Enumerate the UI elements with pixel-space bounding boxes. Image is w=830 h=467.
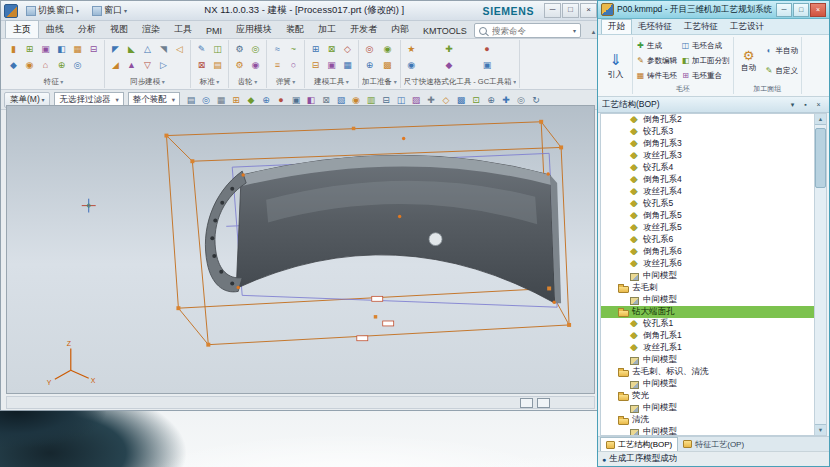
- ribbon-tab[interactable]: 工艺设计: [724, 20, 770, 34]
- nx-restore-button[interactable]: □: [562, 3, 579, 18]
- tree-item[interactable]: 攻丝孔系6: [601, 258, 814, 270]
- ribbon-button[interactable]: ✎参数编辑: [635, 54, 678, 67]
- tree-item[interactable]: 中间模型: [601, 294, 814, 306]
- tree-item[interactable]: 倒角孔系2: [601, 114, 814, 126]
- ribbon-icon[interactable]: ~: [286, 42, 301, 56]
- ribbon-tab[interactable]: 主页: [5, 20, 39, 38]
- ribbon-group-label[interactable]: 建模工具: [308, 77, 355, 88]
- ribbon-icon[interactable]: ★: [404, 42, 419, 56]
- km-close-button[interactable]: ×: [810, 3, 826, 17]
- km-maximize-button[interactable]: □: [793, 3, 809, 17]
- switch-window-button[interactable]: 切换窗口 ▾: [21, 2, 84, 19]
- ribbon-icon[interactable]: ◥: [156, 42, 171, 56]
- ribbon-group-label[interactable]: 特征: [6, 77, 101, 88]
- ribbon-icon[interactable]: ▣: [324, 58, 339, 72]
- ribbon-tab[interactable]: 内部: [384, 21, 416, 38]
- tree-item[interactable]: 倒角孔系1: [601, 330, 814, 342]
- ribbon-group-label[interactable]: 加工准备: [362, 77, 397, 88]
- ribbon-icon[interactable]: ◎: [70, 58, 85, 72]
- status-box[interactable]: [520, 398, 533, 408]
- ribbon-group-label[interactable]: 弹簧: [270, 77, 301, 88]
- tree-item[interactable]: 清洗: [601, 414, 814, 426]
- tree-item[interactable]: 去毛刺: [601, 282, 814, 294]
- tree-item[interactable]: 中间模型: [601, 378, 814, 390]
- command-search[interactable]: ▾: [474, 23, 581, 38]
- tree-item[interactable]: 攻丝孔系4: [601, 186, 814, 198]
- ribbon-icon[interactable]: ≈: [270, 42, 285, 56]
- ribbon-icon[interactable]: ▲: [124, 58, 139, 72]
- ribbon-group-label[interactable]: 标准: [194, 77, 225, 88]
- tree-item[interactable]: 铰孔系4: [601, 162, 814, 174]
- ribbon-icon[interactable]: ◉: [22, 58, 37, 72]
- ribbon-icon[interactable]: ◧: [54, 42, 69, 56]
- ribbon-icon[interactable]: ⚙: [232, 42, 247, 56]
- ribbon-icon[interactable]: ◇: [340, 42, 355, 56]
- ribbon-icon[interactable]: ⊟: [308, 58, 323, 72]
- graphics-window[interactable]: Z X Y: [6, 105, 595, 394]
- panel-pin-icon[interactable]: ▪: [799, 98, 812, 111]
- ribbon-button[interactable]: ▦铸件毛坯: [635, 69, 678, 82]
- ribbon-group-label[interactable]: 齿轮: [232, 77, 263, 88]
- ribbon-button[interactable]: ✚生成: [635, 39, 678, 52]
- ribbon-icon[interactable]: ▦: [340, 58, 355, 72]
- scroll-up-icon[interactable]: ▲: [815, 114, 826, 125]
- ribbon-icon[interactable]: ◎: [248, 42, 263, 56]
- status-box[interactable]: [537, 398, 550, 408]
- ribbon-icon[interactable]: ▮: [6, 42, 21, 56]
- ribbon-icon[interactable]: ◁: [172, 42, 187, 56]
- auto-button[interactable]: ⚙ 自动: [735, 37, 763, 84]
- panel-close-icon[interactable]: ×: [812, 98, 825, 111]
- panel-tab[interactable]: 工艺结构(BOP): [600, 437, 678, 451]
- tree-item[interactable]: 中间模型: [601, 402, 814, 414]
- ribbon-tab[interactable]: KMTOOLS: [416, 24, 474, 38]
- tree-item[interactable]: 倒角孔系4: [601, 174, 814, 186]
- ribbon-icon[interactable]: ⊕: [54, 58, 69, 72]
- km-minimize-button[interactable]: ─: [776, 3, 792, 17]
- ribbon-icon[interactable]: ⊕: [362, 58, 377, 72]
- ribbon-icon[interactable]: ◆: [6, 58, 21, 72]
- ribbon-tab[interactable]: 装配: [279, 21, 311, 38]
- tree-item[interactable]: 去毛刺、标识、清洗: [601, 366, 814, 378]
- import-button[interactable]: ⇓ 引入: [599, 37, 633, 94]
- ribbon-icon[interactable]: ⚙: [232, 58, 247, 72]
- ribbon-group-label[interactable]: 尺寸快速格式化工具 - GC工具箱: [404, 77, 517, 88]
- ribbon-icon[interactable]: ▽: [140, 58, 155, 72]
- ribbon-icon[interactable]: ◢: [108, 58, 123, 72]
- ribbon-icon[interactable]: ▣: [479, 58, 494, 72]
- tree-item[interactable]: 中间模型: [601, 354, 814, 366]
- ribbon-tab[interactable]: 毛坯特征: [632, 20, 678, 34]
- ribbon-icon[interactable]: ◉: [248, 58, 263, 72]
- nx-close-button[interactable]: ×: [580, 3, 597, 18]
- window-menu-button[interactable]: 窗口 ▾: [87, 2, 132, 19]
- ribbon-icon[interactable]: ≡: [270, 58, 285, 72]
- ribbon-button[interactable]: ◫毛坯合成: [680, 39, 731, 52]
- ribbon-icon[interactable]: ◫: [210, 42, 225, 56]
- ribbon-icon[interactable]: ◣: [124, 42, 139, 56]
- ribbon-tab[interactable]: 应用模块: [229, 21, 279, 38]
- ribbon-button[interactable]: ◐半自动: [764, 44, 800, 57]
- ribbon-icon[interactable]: ◉: [404, 58, 419, 72]
- tree-item[interactable]: 中间模型: [601, 426, 814, 435]
- ribbon-icon[interactable]: ⊟: [86, 42, 101, 56]
- ribbon-icon[interactable]: ⊠: [324, 42, 339, 56]
- ribbon-icon[interactable]: ⊞: [308, 42, 323, 56]
- ribbon-icon[interactable]: ✚: [442, 42, 457, 56]
- ribbon-tab[interactable]: 视图: [103, 21, 135, 38]
- ribbon-icon[interactable]: ◆: [442, 58, 457, 72]
- ribbon-tab[interactable]: 渲染: [135, 21, 167, 38]
- ribbon-tab[interactable]: 分析: [71, 21, 103, 38]
- ribbon-icon[interactable]: ●: [479, 42, 494, 56]
- tree-item[interactable]: 倒角孔系3: [601, 138, 814, 150]
- scroll-down-icon[interactable]: ▼: [815, 424, 826, 435]
- search-input[interactable]: [490, 25, 570, 37]
- tree-scrollbar[interactable]: ▲ ▼: [814, 114, 826, 435]
- ribbon-tab[interactable]: 工具: [167, 21, 199, 38]
- ribbon-icon[interactable]: ▤: [210, 58, 225, 72]
- tree-item[interactable]: 铰孔系6: [601, 234, 814, 246]
- tree-item[interactable]: 铰孔系1: [601, 318, 814, 330]
- tree-item[interactable]: 倒角孔系6: [601, 246, 814, 258]
- tree-item[interactable]: 钻大端面孔: [601, 306, 814, 318]
- ribbon-group-label[interactable]: 同步建模: [108, 77, 187, 88]
- ribbon-button[interactable]: ◧加工面分割: [680, 54, 731, 67]
- tree-item[interactable]: 攻丝孔系3: [601, 150, 814, 162]
